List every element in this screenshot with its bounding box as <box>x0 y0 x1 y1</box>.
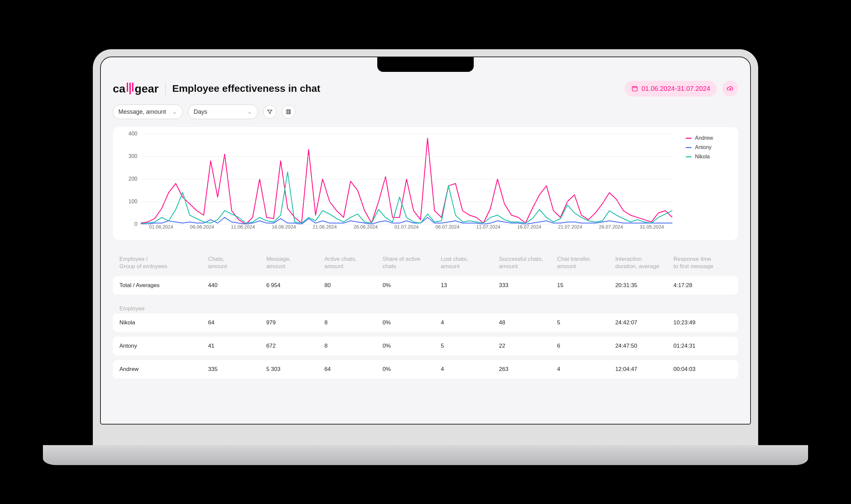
legend-item[interactable]: Nikola <box>686 154 729 160</box>
column-header: Message,amount <box>266 255 324 270</box>
legend-label: Nikola <box>695 154 710 160</box>
cell: 24:47:50 <box>615 343 673 349</box>
cell: 6 <box>557 343 615 349</box>
table-header-row: Employee /Group of emloyeesChats,amountM… <box>113 250 738 276</box>
table-total-row: Total / Averages4406 954800%133331520:31… <box>113 276 738 295</box>
columns-icon <box>286 109 291 115</box>
chart-area: 0100200300400 01.06.202406.06.202411.06.… <box>122 134 672 234</box>
column-header: Active chats,amount <box>324 255 383 270</box>
chart-legend: AndrewAntonyNikola <box>686 134 729 234</box>
metric-select[interactable]: Message, amount ⌄ <box>113 105 183 119</box>
table-section-label: Employee <box>120 305 145 312</box>
x-tick: 06.06.2024 <box>182 224 222 234</box>
cell: 01:24:31 <box>673 343 731 349</box>
x-tick: 21.06.2024 <box>304 224 345 234</box>
page-title: Employee effectiveness in chat <box>172 83 320 94</box>
cell: 41 <box>208 343 267 349</box>
cell: 4 <box>441 366 499 373</box>
svg-rect-0 <box>632 87 637 91</box>
chevron-down-icon: ⌄ <box>247 108 252 115</box>
filter-button[interactable] <box>263 105 276 119</box>
cell: 24:42:07 <box>615 319 673 326</box>
chart-series <box>141 218 672 224</box>
legend-label: Antony <box>695 144 712 150</box>
period-select[interactable]: Days ⌄ <box>188 105 258 119</box>
cell: 20:31:35 <box>615 282 673 289</box>
table-row[interactable]: Nikola6497980%448524:42:0710:23:49 <box>113 313 738 332</box>
export-button[interactable] <box>722 80 738 96</box>
cell: 15 <box>557 282 615 289</box>
laptop-frame: ca gear Employee effectiveness in chat 0… <box>93 49 758 458</box>
x-tick: 01.06.2024 <box>141 224 182 234</box>
y-tick: 300 <box>128 154 138 159</box>
column-header: Response timeto first message <box>673 255 731 270</box>
cell: 4:17:28 <box>673 282 731 289</box>
x-tick: 06.07.2024 <box>427 224 468 234</box>
x-tick: 16.07.2024 <box>509 224 549 234</box>
legend-item[interactable]: Andrew <box>686 135 729 141</box>
x-tick: 26.07.2024 <box>591 224 631 234</box>
row-name: Antony <box>120 343 208 349</box>
cell: 22 <box>499 343 557 349</box>
filter-bar: Message, amount ⌄ Days ⌄ <box>111 105 740 127</box>
table-row[interactable]: Andrew3355 303640%4263412:04:4700:04:03 <box>113 360 738 379</box>
date-range-picker[interactable]: 01.06.2024-31.07.2024 <box>625 81 717 96</box>
data-table: Employee /Group of emloyeesChats,amountM… <box>111 250 740 379</box>
period-select-label: Days <box>194 108 207 115</box>
row-name: Andrew <box>120 366 208 373</box>
laptop-base <box>43 445 808 465</box>
svg-rect-3 <box>289 110 290 114</box>
upload-cloud-icon <box>727 85 734 92</box>
legend-label: Andrew <box>695 135 713 141</box>
y-tick: 0 <box>134 221 138 227</box>
chart-card: 0100200300400 01.06.202406.06.202411.06.… <box>113 127 738 240</box>
column-header: Share of activechats <box>383 255 441 270</box>
y-tick: 200 <box>128 176 138 182</box>
x-tick: 11.06.2024 <box>222 224 264 234</box>
svg-rect-1 <box>286 110 288 114</box>
cell: 0% <box>383 343 441 349</box>
cell: 6 954 <box>266 282 324 289</box>
cell: 8 <box>324 319 383 326</box>
columns-button[interactable] <box>282 105 295 119</box>
date-range-label: 01.06.2024-31.07.2024 <box>641 85 710 92</box>
column-header: Chats,amount <box>208 255 267 270</box>
cell: 5 <box>557 319 615 326</box>
svg-rect-2 <box>288 110 289 114</box>
x-tick: 11.07.2024 <box>468 224 509 234</box>
x-tick: 01.07.2024 <box>386 224 427 234</box>
legend-swatch <box>686 147 692 148</box>
column-header: Employee /Group of emloyees <box>120 255 208 270</box>
table-row[interactable]: Antony4167280%522624:47:5001:24:31 <box>113 337 738 355</box>
legend-item[interactable]: Antony <box>686 144 729 150</box>
cell: 672 <box>266 343 324 349</box>
brand-right: gear <box>135 82 159 95</box>
x-tick: 31.05.2024 <box>631 224 672 234</box>
x-tick: 16.06.2024 <box>264 224 304 234</box>
column-header: Successful chats,amount <box>499 255 557 270</box>
chart-series <box>141 138 672 224</box>
column-header: Interactionduration, average <box>615 255 673 270</box>
notch <box>377 57 474 72</box>
column-header: Chat transfer,amount <box>557 255 615 270</box>
brand-left: ca <box>113 82 125 95</box>
cell: 979 <box>266 319 324 326</box>
cell: 0% <box>383 282 441 289</box>
cell: 440 <box>208 282 267 289</box>
cell: 4 <box>557 366 615 373</box>
legend-swatch <box>686 138 692 139</box>
cell: 335 <box>208 366 267 373</box>
row-name: Nikola <box>120 319 208 326</box>
x-tick: 26.06.2024 <box>345 224 386 234</box>
cell: 10:23:49 <box>673 319 731 326</box>
cell: 8 <box>324 343 383 349</box>
cell: 5 303 <box>266 366 324 373</box>
x-tick: 21.07.2024 <box>549 224 591 234</box>
cell: 263 <box>499 366 557 373</box>
row-name: Total / Averages <box>120 282 208 289</box>
header: ca gear Employee effectiveness in chat 0… <box>111 80 740 105</box>
cell: 64 <box>324 366 383 373</box>
funnel-icon <box>267 109 273 115</box>
cell: 5 <box>441 343 499 349</box>
divider <box>165 82 166 95</box>
